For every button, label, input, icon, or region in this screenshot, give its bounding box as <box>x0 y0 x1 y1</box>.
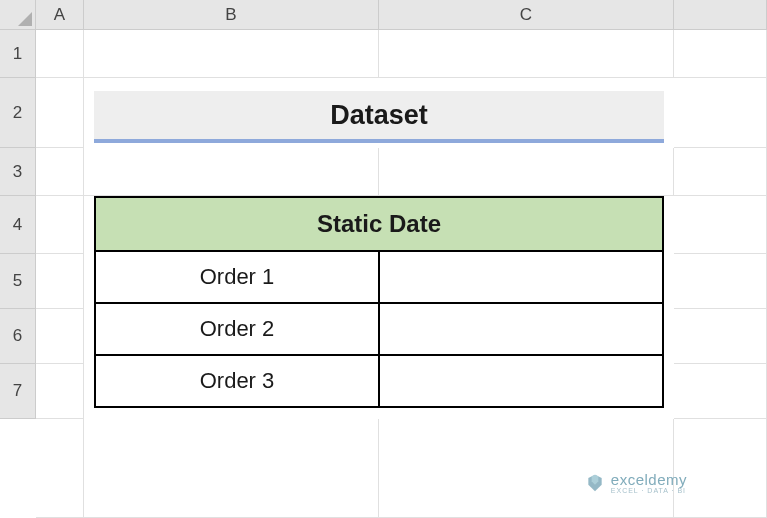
cell-B8[interactable] <box>84 419 379 518</box>
cell-D2[interactable] <box>674 78 767 148</box>
row-header-6[interactable]: 6 <box>0 309 36 364</box>
cell-C3[interactable] <box>379 148 674 196</box>
cell-C7[interactable] <box>379 355 663 407</box>
table-header[interactable]: Static Date <box>95 197 663 251</box>
table-row: Order 2 <box>95 303 663 355</box>
logo-icon <box>585 473 605 493</box>
row-header-7[interactable]: 7 <box>0 364 36 419</box>
row-header-2[interactable]: 2 <box>0 78 36 148</box>
row-header-1[interactable]: 1 <box>0 30 36 78</box>
cell-D4[interactable] <box>674 196 767 254</box>
watermark-text: exceldemy EXCEL · DATA · BI <box>611 472 687 494</box>
cell-A8[interactable] <box>36 419 84 518</box>
cell-A1[interactable] <box>36 30 84 78</box>
row-header-3[interactable]: 3 <box>0 148 36 196</box>
col-header-extra[interactable] <box>674 0 767 30</box>
cell-C8[interactable] <box>379 419 674 518</box>
cell-A4[interactable] <box>36 196 84 254</box>
col-header-A[interactable]: A <box>36 0 84 30</box>
row-header-4[interactable]: 4 <box>0 196 36 254</box>
cell-D5[interactable] <box>674 254 767 309</box>
watermark-name: exceldemy <box>611 472 687 487</box>
cell-B5[interactable]: Order 1 <box>95 251 379 303</box>
cell-C6[interactable] <box>379 303 663 355</box>
data-table: Static Date Order 1 Order 2 Order 3 <box>94 196 664 408</box>
cell-B6[interactable]: Order 2 <box>95 303 379 355</box>
cell-A7[interactable] <box>36 364 84 419</box>
cell-B3[interactable] <box>84 148 379 196</box>
cell-A6[interactable] <box>36 309 84 364</box>
table-row: Order 1 <box>95 251 663 303</box>
cell-D3[interactable] <box>674 148 767 196</box>
col-header-B[interactable]: B <box>84 0 379 30</box>
table-row: Order 3 <box>95 355 663 407</box>
spreadsheet-grid: A B C 1 2 3 4 5 6 7 Dataset Static Date <box>0 0 767 518</box>
select-all-corner[interactable] <box>0 0 36 30</box>
col-header-C[interactable]: C <box>379 0 674 30</box>
page-title: Dataset <box>94 91 664 143</box>
data-table-container: Static Date Order 1 Order 2 Order 3 <box>84 196 674 419</box>
watermark: exceldemy EXCEL · DATA · BI <box>585 472 687 494</box>
cell-A2[interactable] <box>36 78 84 148</box>
cell-D1[interactable] <box>674 30 767 78</box>
cell-D7[interactable] <box>674 364 767 419</box>
cell-B7[interactable]: Order 3 <box>95 355 379 407</box>
cell-A3[interactable] <box>36 148 84 196</box>
watermark-sub: EXCEL · DATA · BI <box>611 487 687 494</box>
cell-B1[interactable] <box>84 30 379 78</box>
cell-C5[interactable] <box>379 251 663 303</box>
cell-D8[interactable] <box>674 419 767 518</box>
cell-D6[interactable] <box>674 309 767 364</box>
cell-A5[interactable] <box>36 254 84 309</box>
title-cell[interactable]: Dataset <box>84 78 674 148</box>
cell-C1[interactable] <box>379 30 674 78</box>
row-header-5[interactable]: 5 <box>0 254 36 309</box>
